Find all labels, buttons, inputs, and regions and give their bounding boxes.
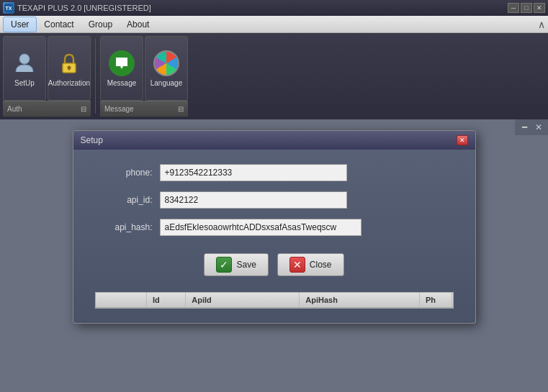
menu-item-user[interactable]: User xyxy=(3,17,37,32)
th-apiid: ApiId xyxy=(186,293,300,307)
message-expand-icon: ⊟ xyxy=(178,105,184,113)
message-label: Message xyxy=(107,79,137,87)
minimize-button[interactable]: ─ xyxy=(508,3,519,13)
authorization-label: Authorization xyxy=(48,79,90,87)
maximize-button[interactable]: □ xyxy=(521,3,532,13)
toolbar-auth-buttons: SetUp Authorization xyxy=(3,36,91,101)
close-dialog-button[interactable]: ✕ Close xyxy=(277,253,344,276)
menu-bar: User Contact Group About ∧ xyxy=(0,16,548,33)
menu-item-about[interactable]: About xyxy=(120,17,156,32)
auth-expand-icon: ⊟ xyxy=(81,105,86,113)
th-empty xyxy=(96,293,148,307)
sub-toolbar: ━ ✕ xyxy=(515,119,548,135)
table-header: Id ApiId ApiHash Ph xyxy=(96,293,453,308)
app-title: TEXAPI PLUS 2.0 [UNREGISTERED] xyxy=(17,4,151,12)
title-bar-left: TX TEXAPI PLUS 2.0 [UNREGISTERED] xyxy=(3,2,151,14)
th-ph: Ph xyxy=(420,293,453,307)
dialog-close-button[interactable]: ✕ xyxy=(457,135,468,145)
menu-chevron: ∧ xyxy=(538,19,545,30)
language-button[interactable]: Language xyxy=(145,36,188,101)
toolbar-separator xyxy=(95,39,96,114)
message-icon xyxy=(109,50,135,76)
svg-text:TX: TX xyxy=(6,6,12,11)
setup-dialog: Setup ✕ phone: api_id: api_hash: ✓ xyxy=(73,130,476,324)
th-apihash: ApiHash xyxy=(300,293,420,307)
authorization-button[interactable]: Authorization xyxy=(48,36,91,101)
language-icon xyxy=(153,50,179,76)
save-button[interactable]: ✓ Save xyxy=(204,253,268,276)
auth-group-label: Auth ⊟ xyxy=(3,101,91,117)
toolbar-message-buttons: Message Language xyxy=(100,36,188,101)
phone-input[interactable] xyxy=(160,164,347,181)
phone-label: phone: xyxy=(95,168,153,178)
api-id-row: api_id: xyxy=(95,191,454,209)
title-bar: TX TEXAPI PLUS 2.0 [UNREGISTERED] ─ □ ✕ xyxy=(0,0,548,16)
th-id: Id xyxy=(147,293,186,307)
api-hash-label: api_hash: xyxy=(95,222,153,232)
menu-item-contact[interactable]: Contact xyxy=(37,17,81,32)
authorization-icon xyxy=(56,50,82,76)
window-close-button[interactable]: ✕ xyxy=(534,3,545,13)
save-icon: ✓ xyxy=(216,257,232,273)
api-hash-input[interactable] xyxy=(160,219,361,236)
setup-icon xyxy=(12,50,37,76)
dialog-title: Setup xyxy=(81,135,103,145)
main-area: ━ ✕ Setup ✕ phone: api_id: api_hash: xyxy=(0,119,548,392)
api-id-label: api_id: xyxy=(95,195,153,205)
setup-label: SetUp xyxy=(14,79,35,87)
dialog-buttons: ✓ Save ✕ Close xyxy=(95,246,454,288)
window-controls: ─ □ ✕ xyxy=(508,3,545,13)
toolbar-auth-group: SetUp Authorization Auth ⊟ xyxy=(3,36,91,117)
toolbar-message-group: Message Language Message ⊟ xyxy=(100,36,188,117)
api-hash-row: api_hash: xyxy=(95,219,454,236)
toolbar: SetUp Authorization Auth ⊟ xyxy=(0,33,548,119)
setup-button[interactable]: SetUp xyxy=(3,36,46,101)
api-id-input[interactable] xyxy=(160,191,347,209)
table-area: Id ApiId ApiHash Ph xyxy=(95,292,454,309)
message-button[interactable]: Message xyxy=(100,36,143,101)
pin-button[interactable]: ━ xyxy=(518,121,531,134)
save-label: Save xyxy=(236,260,256,270)
dialog-title-bar: Setup ✕ xyxy=(73,131,475,150)
phone-row: phone: xyxy=(95,164,454,181)
language-label: Language xyxy=(151,79,183,87)
close-dialog-icon: ✕ xyxy=(289,257,305,273)
message-group-label: Message ⊟ xyxy=(100,101,188,117)
language-globe xyxy=(153,50,179,76)
svg-point-2 xyxy=(19,54,30,64)
app-icon: TX xyxy=(3,2,14,14)
message-circle xyxy=(109,50,135,76)
close-label: Close xyxy=(310,260,332,270)
svg-rect-5 xyxy=(68,68,70,70)
menu-item-group[interactable]: Group xyxy=(81,17,120,32)
area-close-button[interactable]: ✕ xyxy=(532,121,545,134)
dialog-content: phone: api_id: api_hash: ✓ Save ✕ xyxy=(73,150,475,323)
